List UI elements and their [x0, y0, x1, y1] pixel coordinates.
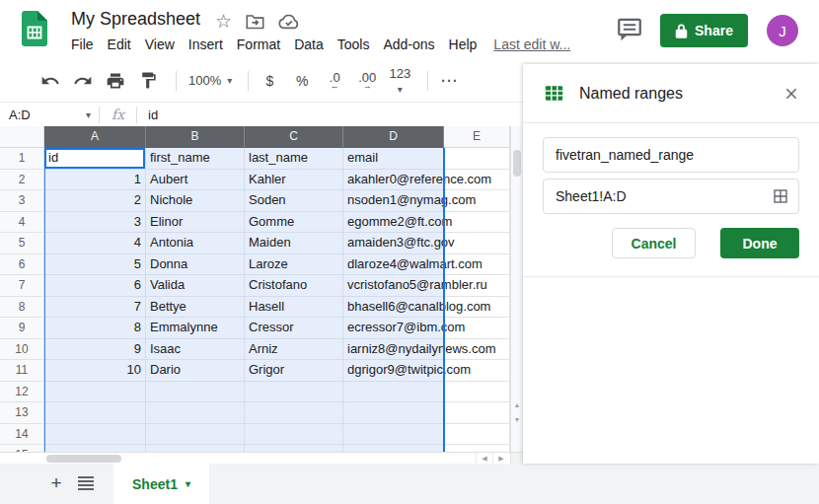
cell-D10[interactable]: iarniz8@nydailynews.com — [343, 339, 444, 361]
cell-B12[interactable] — [146, 382, 245, 403]
cell-A8[interactable]: 7 — [44, 297, 146, 319]
menu-item-file[interactable]: File — [64, 35, 101, 54]
zoom-select[interactable]: 100% ▾ — [185, 73, 236, 88]
cell-D1[interactable]: email — [343, 148, 444, 170]
cell-A3[interactable]: 2 — [44, 190, 146, 212]
scroll-down-icon[interactable]: ▼ — [511, 413, 523, 427]
column-header-e[interactable]: E — [444, 126, 510, 148]
cell-E14[interactable] — [444, 424, 510, 446]
cell-E1[interactable] — [444, 148, 510, 170]
cell-C8[interactable]: Hasell — [245, 297, 343, 319]
paint-format-button[interactable] — [135, 68, 161, 94]
cell-D9[interactable]: ecressor7@ibm.com — [343, 318, 444, 339]
horizontal-scrollbar[interactable]: ◀ ▶ — [0, 452, 510, 464]
cell-B14[interactable] — [146, 424, 245, 446]
row-header-10[interactable]: 10 — [0, 339, 44, 361]
cell-C1[interactable]: last_name — [245, 148, 343, 170]
cell-B13[interactable] — [146, 402, 245, 424]
menu-item-data[interactable]: Data — [287, 35, 331, 54]
menu-item-help[interactable]: Help — [442, 35, 484, 54]
increase-decimal-button[interactable]: .00 → — [354, 68, 380, 94]
cell-C6[interactable]: Laroze — [245, 254, 343, 276]
cell-D14[interactable] — [343, 424, 444, 446]
star-icon[interactable]: ☆ — [215, 12, 232, 31]
cell-A9[interactable]: 8 — [44, 318, 146, 339]
row-header-4[interactable]: 4 — [0, 212, 44, 234]
cell-C11[interactable]: Grigor — [245, 360, 343, 382]
cell-E15[interactable] — [444, 445, 510, 452]
select-data-range-icon[interactable] — [772, 187, 789, 205]
print-button[interactable] — [103, 68, 128, 94]
menu-item-view[interactable]: View — [138, 35, 182, 54]
cell-C12[interactable] — [245, 382, 343, 403]
vertical-scrollbar-thumb[interactable] — [513, 150, 521, 177]
cell-B11[interactable]: Dario — [146, 360, 245, 382]
row-header-6[interactable]: 6 — [0, 254, 44, 276]
cell-C7[interactable]: Cristofano — [245, 275, 343, 297]
row-header-9[interactable]: 9 — [0, 318, 44, 339]
scroll-left-icon[interactable]: ◀ — [476, 453, 492, 464]
document-title[interactable]: My Spreadsheet — [71, 9, 200, 30]
cell-D12[interactable] — [343, 382, 444, 403]
format-currency-button[interactable]: $ — [257, 68, 282, 94]
row-header-11[interactable]: 11 — [0, 360, 44, 382]
format-percent-button[interactable]: % — [289, 68, 315, 94]
cell-A6[interactable]: 5 — [44, 254, 146, 276]
scroll-up-icon[interactable]: ▲ — [511, 398, 523, 412]
cell-B9[interactable]: Emmalynne — [146, 318, 245, 339]
cell-C14[interactable] — [245, 424, 343, 446]
column-header-d[interactable]: D — [343, 126, 444, 148]
done-button[interactable]: Done — [720, 228, 799, 258]
cloud-saved-icon[interactable] — [278, 14, 300, 30]
row-header-15[interactable]: 15 — [0, 445, 44, 452]
cell-D11[interactable]: dgrigor9@twitpic.com — [343, 360, 444, 382]
cell-C5[interactable]: Maiden — [245, 233, 343, 254]
cell-A5[interactable]: 4 — [44, 233, 146, 254]
cell-A12[interactable] — [44, 382, 146, 403]
cell-B3[interactable]: Nichole — [146, 190, 245, 212]
cell-E13[interactable] — [444, 402, 510, 424]
cell-A2[interactable]: 1 — [44, 170, 146, 191]
redo-button[interactable] — [70, 68, 96, 94]
decrease-decimal-button[interactable]: .0 ← — [322, 68, 347, 94]
cell-A13[interactable] — [44, 402, 146, 424]
move-to-folder-icon[interactable] — [246, 14, 264, 30]
cell-A15[interactable] — [44, 445, 146, 452]
cell-B7[interactable]: Valida — [146, 275, 245, 297]
last-edit-link[interactable]: Last edit w... — [493, 36, 570, 52]
row-header-1[interactable]: 1 — [0, 148, 44, 170]
cell-A10[interactable]: 9 — [44, 339, 146, 361]
cell-B15[interactable] — [146, 445, 245, 452]
cell-A7[interactable]: 6 — [44, 275, 146, 297]
cell-B1[interactable]: first_name — [146, 148, 245, 170]
sheets-logo-icon[interactable] — [22, 11, 47, 46]
add-sheet-button[interactable]: + — [45, 472, 67, 494]
menu-item-edit[interactable]: Edit — [101, 35, 138, 54]
cell-D7[interactable]: vcristofano5@rambler.ru — [343, 275, 444, 297]
column-header-c[interactable]: C — [245, 126, 343, 148]
comment-history-icon[interactable] — [616, 17, 643, 42]
cell-C13[interactable] — [245, 402, 343, 424]
row-header-13[interactable]: 13 — [0, 402, 44, 424]
number-format-button[interactable]: 123 ▾ — [387, 68, 412, 94]
account-avatar[interactable]: J — [767, 15, 798, 46]
cell-B8[interactable]: Bettye — [146, 297, 245, 319]
cell-D2[interactable]: akahler0@reference.com — [343, 170, 444, 191]
menu-item-insert[interactable]: Insert — [182, 35, 230, 54]
cell-C4[interactable]: Gomme — [245, 212, 343, 234]
range-name-input[interactable] — [543, 137, 799, 173]
cell-C10[interactable]: Arniz — [245, 339, 343, 361]
undo-button[interactable] — [37, 68, 63, 94]
horizontal-scrollbar-thumb[interactable] — [46, 455, 121, 463]
column-header-b[interactable]: B — [146, 126, 245, 148]
cancel-button[interactable]: Cancel — [612, 228, 696, 258]
row-header-7[interactable]: 7 — [0, 275, 44, 297]
cell-C3[interactable]: Soden — [245, 190, 343, 212]
cell-A14[interactable] — [44, 424, 146, 446]
cell-D13[interactable] — [343, 402, 444, 424]
cell-D3[interactable]: nsoden1@nymag.com — [343, 190, 444, 212]
cell-D5[interactable]: amaiden3@ftc.gov — [343, 233, 444, 254]
cell-A4[interactable]: 3 — [44, 212, 146, 234]
cell-C15[interactable] — [245, 445, 343, 452]
all-sheets-icon[interactable] — [78, 476, 94, 490]
